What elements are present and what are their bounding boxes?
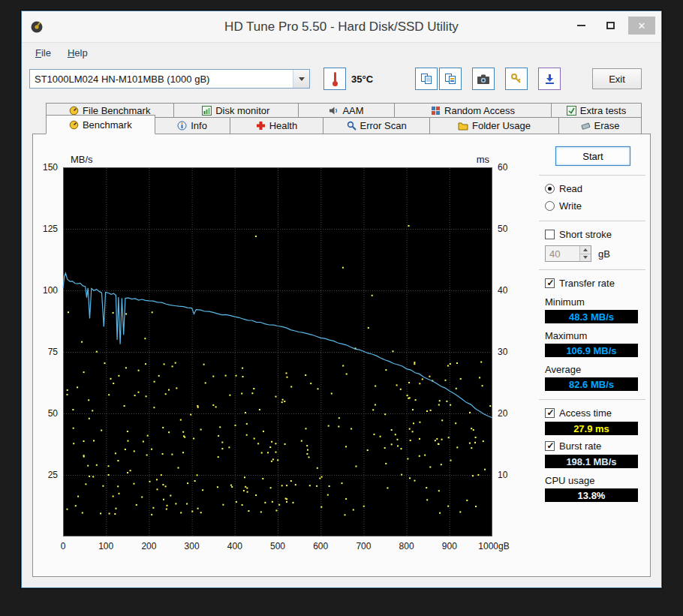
tab-disk-monitor[interactable]: Disk monitor <box>173 103 299 118</box>
hd-tune-logo-icon <box>30 20 44 34</box>
transfer-rate-checkbox[interactable]: Transfer rate <box>545 278 642 289</box>
short-stroke-checkbox[interactable]: Short stroke <box>545 229 642 240</box>
health-cross-icon <box>256 121 266 131</box>
access-time-label: Access time <box>559 407 612 419</box>
svg-text:600: 600 <box>313 541 328 551</box>
tab-label: Extra tests <box>580 105 626 116</box>
short-stroke-unit: gB <box>598 248 610 260</box>
benchmark-chart: MB/sms2550751001251501020304050600100200… <box>36 137 534 573</box>
benchmark-panel: MB/sms2550751001251501020304050600100200… <box>32 134 651 577</box>
radio-unselected-icon <box>545 201 555 211</box>
temperature-button[interactable] <box>323 68 346 90</box>
tab-label: Random Access <box>444 105 515 116</box>
separator <box>539 175 645 176</box>
burst-rate-checkbox[interactable]: Burst rate <box>545 440 642 452</box>
short-stroke-size-value: 40 <box>546 246 579 261</box>
access-time-value: 27.9 ms <box>545 422 638 435</box>
window-controls: ✕ <box>570 17 655 35</box>
tab-random-access[interactable]: Random Access <box>394 103 552 118</box>
desktop-background: HD Tune Pro 5.50 - Hard Disk/SSD Utility… <box>0 0 683 616</box>
maximize-button[interactable] <box>599 17 621 35</box>
close-button[interactable]: ✕ <box>628 17 655 35</box>
svg-text:40: 40 <box>498 285 508 296</box>
maximum-label: Maximum <box>545 330 642 341</box>
tab-info[interactable]: Info <box>155 117 230 134</box>
speaker-icon <box>329 106 338 116</box>
save-results-button[interactable] <box>538 68 561 90</box>
spinner-down-icon[interactable] <box>580 254 591 262</box>
access-time-checkbox[interactable]: Access time <box>545 407 642 419</box>
benchmark-controls: Start Read Write Short stroke 4 <box>534 137 647 573</box>
checkbox-unchecked-icon <box>545 230 555 239</box>
checkbox-checked-icon <box>545 441 555 451</box>
svg-text:200: 200 <box>141 541 156 551</box>
exit-button[interactable]: Exit <box>592 68 642 89</box>
thermometer-icon <box>332 72 338 86</box>
drive-select[interactable]: ST1000LM024 HN-M101MBB (1000 gB) <box>29 69 310 89</box>
app-icon <box>30 20 44 34</box>
radio-selected-icon <box>545 184 555 194</box>
menu-help[interactable]: Help <box>62 45 94 61</box>
menu-bar: File Help <box>22 43 661 62</box>
tab-label: AAM <box>342 105 363 116</box>
registration-button[interactable] <box>505 68 528 90</box>
spinner-buttons[interactable] <box>579 246 591 261</box>
tab-folder-usage[interactable]: Folder Usage <box>429 117 559 134</box>
short-stroke-size-input[interactable]: 40 <box>545 245 591 262</box>
svg-text:700: 700 <box>356 541 371 551</box>
tab-error-scan[interactable]: Error Scan <box>323 117 430 134</box>
chevron-down-icon[interactable] <box>293 70 309 88</box>
start-button[interactable]: Start <box>555 146 630 166</box>
svg-text:30: 30 <box>498 347 508 357</box>
cpu-usage-label: CPU usage <box>545 475 642 486</box>
spinner-up-icon[interactable] <box>580 246 591 254</box>
extra-tests-icon <box>567 106 576 116</box>
minimize-button[interactable] <box>570 17 592 35</box>
copy-report-icon <box>444 73 456 85</box>
copy-text-button[interactable] <box>415 68 438 90</box>
svg-text:100: 100 <box>98 541 113 551</box>
burst-rate-value: 198.1 MB/s <box>545 455 638 468</box>
menu-file[interactable]: File <box>29 45 57 61</box>
tab-extra-tests[interactable]: Extra tests <box>551 103 642 118</box>
svg-text:1000gB: 1000gB <box>478 541 509 551</box>
window-title: HD Tune Pro 5.50 - Hard Disk/SSD Utility <box>22 20 661 35</box>
tab-label: Disk monitor <box>215 105 269 116</box>
tab-label: Benchmark <box>83 119 132 131</box>
svg-text:300: 300 <box>185 541 200 551</box>
maximize-icon <box>606 22 615 29</box>
checkbox-checked-icon <box>545 278 555 288</box>
checkbox-checked-icon <box>545 408 555 418</box>
app-window: HD Tune Pro 5.50 - Hard Disk/SSD Utility… <box>21 11 662 588</box>
svg-text:125: 125 <box>43 224 58 234</box>
eraser-icon <box>581 121 591 131</box>
copy-text-icon <box>420 73 432 85</box>
burst-rate-label: Burst rate <box>559 440 601 452</box>
minimum-label: Minimum <box>545 296 642 308</box>
separator <box>539 269 645 270</box>
svg-text:20: 20 <box>498 408 508 419</box>
copy-report-button[interactable] <box>439 68 462 90</box>
short-stroke-size-row: 40 gB <box>545 245 642 262</box>
drive-select-value: ST1000LM024 HN-M101MBB (1000 gB) <box>30 74 293 85</box>
cpu-usage-value: 13.8% <box>545 488 638 502</box>
read-label: Read <box>559 183 582 194</box>
svg-text:60: 60 <box>498 162 508 173</box>
tab-aam[interactable]: AAM <box>298 103 395 118</box>
tab-benchmark[interactable]: Benchmark <box>46 115 155 134</box>
tab-health[interactable]: Health <box>230 117 324 134</box>
separator <box>539 399 645 400</box>
keys-icon <box>510 73 522 85</box>
read-radio[interactable]: Read <box>545 183 642 194</box>
benchmark-chart-svg: MB/sms2550751001251501020304050600100200… <box>38 154 530 560</box>
tab-erase[interactable]: Erase <box>558 117 642 134</box>
svg-text:50: 50 <box>498 224 508 234</box>
write-radio[interactable]: Write <box>545 200 642 212</box>
svg-text:10: 10 <box>498 470 508 480</box>
svg-text:500: 500 <box>270 541 285 551</box>
screenshot-button[interactable] <box>472 68 495 90</box>
average-label: Average <box>545 364 642 375</box>
svg-text:900: 900 <box>442 541 457 551</box>
average-value: 82.6 MB/s <box>545 377 638 391</box>
svg-text:150: 150 <box>43 162 58 173</box>
